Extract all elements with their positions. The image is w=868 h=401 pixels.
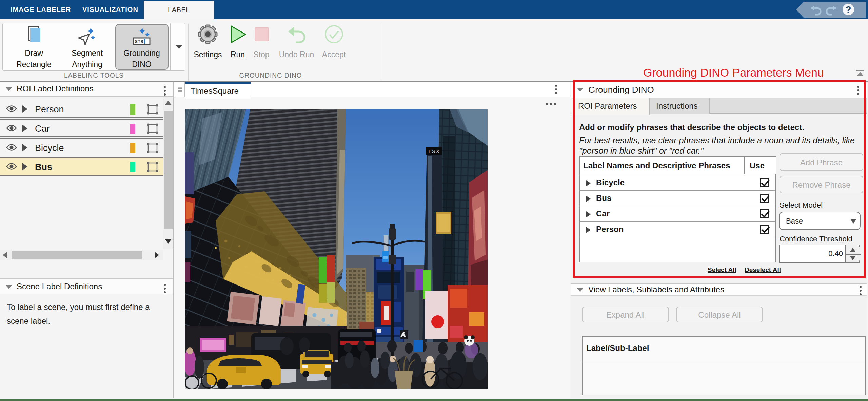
svg-text:?: ? bbox=[845, 4, 851, 15]
svg-text:TSX: TSX bbox=[428, 148, 440, 154]
svg-text:STR: STR bbox=[135, 39, 143, 44]
